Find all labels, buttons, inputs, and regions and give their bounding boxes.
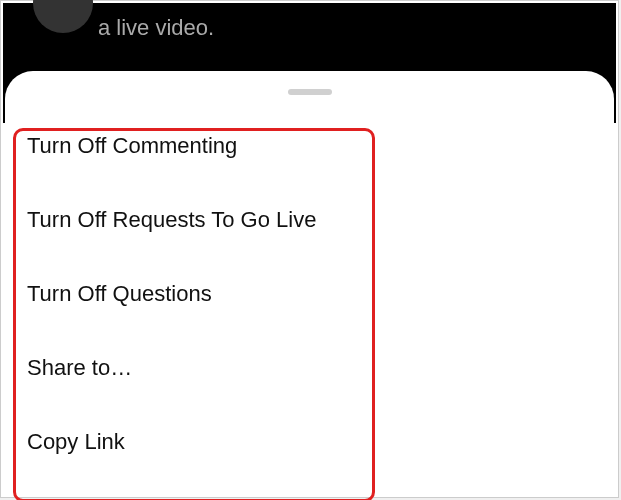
menu-item-turn-off-commenting[interactable]: Turn Off Commenting — [27, 115, 592, 183]
menu-item-copy-link[interactable]: Copy Link — [27, 405, 592, 479]
menu-item-turn-off-questions[interactable]: Turn Off Questions — [27, 257, 592, 331]
drag-handle-icon[interactable] — [288, 89, 332, 95]
avatar — [33, 0, 93, 33]
menu-item-share-to[interactable]: Share to… — [27, 331, 592, 405]
bottom-sheet: Turn Off Commenting Turn Off Requests To… — [5, 71, 614, 495]
background-partial-text: a live video. — [98, 15, 214, 41]
action-menu: Turn Off Commenting Turn Off Requests To… — [5, 115, 614, 479]
menu-item-turn-off-requests[interactable]: Turn Off Requests To Go Live — [27, 183, 592, 257]
screenshot-frame: a live video. Turn Off Commenting Turn O… — [0, 0, 619, 498]
